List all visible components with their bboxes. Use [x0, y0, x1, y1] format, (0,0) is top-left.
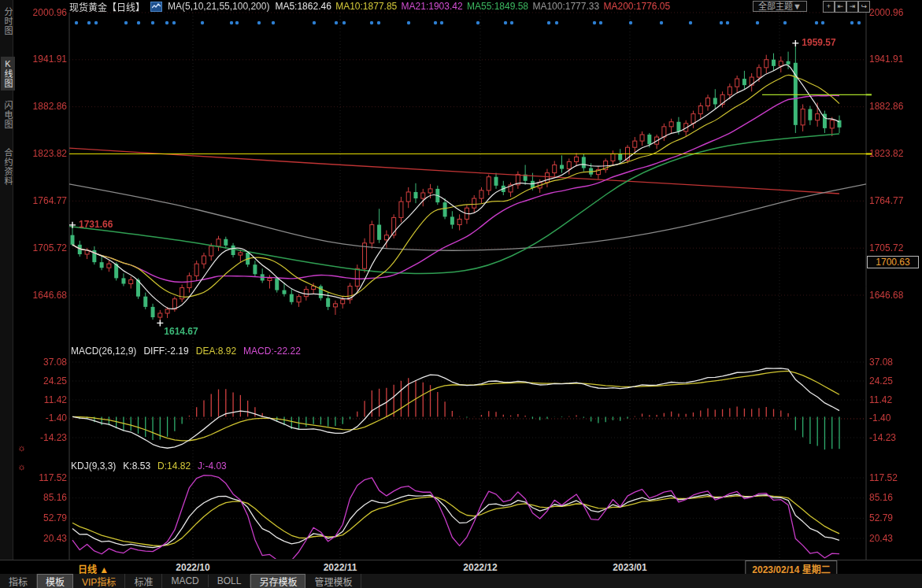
- sidebar-item-1[interactable]: 分时图: [1, 5, 15, 38]
- ma-legend: MA5:1862.46 MA10:1877.85 MA21:1903.42 MA…: [275, 1, 672, 12]
- shift-right-icon[interactable]: ↪: [858, 1, 870, 13]
- ma-legend-value: MA100:1777.33: [532, 1, 599, 12]
- macd-macd-value: MACD:-22.22: [243, 346, 301, 357]
- date-label: 2022/11: [324, 562, 357, 573]
- ma-legend-value: MA55:1849.58: [467, 1, 528, 12]
- kdj-k-value: K:8.53: [123, 460, 150, 472]
- macd-dea-value: DEA:8.92: [196, 346, 236, 357]
- indicator-sun-icon[interactable]: ☼: [17, 444, 26, 452]
- expand-x-icon[interactable]: ⇥: [846, 1, 858, 13]
- instrument-title: 现货黄金【日线】: [69, 0, 145, 13]
- ma-legend-value: MA21:1903.42: [402, 1, 463, 12]
- kdj-title: KDJ(9,3,3): [71, 460, 116, 472]
- tab-2[interactable]: 模板: [37, 574, 73, 588]
- sidebar-item-2[interactable]: K线图: [1, 57, 15, 91]
- indicator-sun-icon[interactable]: ☼: [17, 463, 26, 471]
- theme-dropdown-button[interactable]: 全部主题▼: [753, 1, 807, 12]
- indicator-tab-bar: 指标模板VIP指标标准MACDBOLL另存模板管理模板: [0, 574, 922, 588]
- chart-type-sidebar: 分时图K线图闪电图合约资料: [0, 0, 13, 560]
- chart-header: 现货黄金【日线】 MA(5,10,21,55,100,200) MA5:1862…: [69, 0, 672, 13]
- macd-title: MACD(26,12,9): [71, 346, 136, 357]
- sidebar-item-3[interactable]: 闪电图: [1, 98, 15, 131]
- ma-legend-value: MA200:1776.05: [603, 1, 670, 12]
- sidebar-item-4[interactable]: 合约资料: [1, 146, 15, 188]
- kline-chart-icon: [150, 2, 162, 12]
- tab-1[interactable]: 指标: [0, 574, 37, 588]
- date-label: 2023/01: [613, 562, 646, 573]
- kdj-d-value: D:14.82: [157, 460, 191, 472]
- compress-x-icon[interactable]: ⇤: [835, 1, 846, 13]
- current-price-tag: 1700.63: [867, 256, 919, 268]
- date-label: 2022/12: [463, 562, 497, 573]
- tab-5[interactable]: MACD: [162, 575, 208, 587]
- macd-diff-value: DIFF:-2.19: [143, 346, 188, 357]
- ma-legend-value: MA5:1862.46: [275, 1, 331, 12]
- tab-4[interactable]: 标准: [125, 574, 162, 588]
- price-chart-canvas[interactable]: [0, 0, 922, 560]
- trading-app-window: 分时图K线图闪电图合约资料 现货黄金【日线】 MA(5,10,21,55,100…: [0, 0, 922, 588]
- tab-3[interactable]: VIP指标: [73, 574, 125, 588]
- ma-settings-label: MA(5,10,21,55,100,200): [168, 1, 269, 12]
- tab-7[interactable]: 另存模板: [250, 574, 305, 588]
- tab-6[interactable]: BOLL: [209, 575, 251, 587]
- crosshair-icon[interactable]: +: [823, 1, 835, 13]
- tab-8[interactable]: 管理模板: [305, 574, 361, 588]
- macd-header: MACD(26,12,9)DIFF:-2.19DEA:8.92MACD:-22.…: [71, 346, 308, 357]
- kdj-j-value: J:-4.03: [198, 460, 227, 472]
- ma-legend-value: MA10:1877.85: [335, 1, 397, 12]
- kdj-header: KDJ(9,3,3)K:8.53D:14.82J:-4.03: [71, 460, 234, 472]
- date-label: 2022/10: [176, 562, 209, 573]
